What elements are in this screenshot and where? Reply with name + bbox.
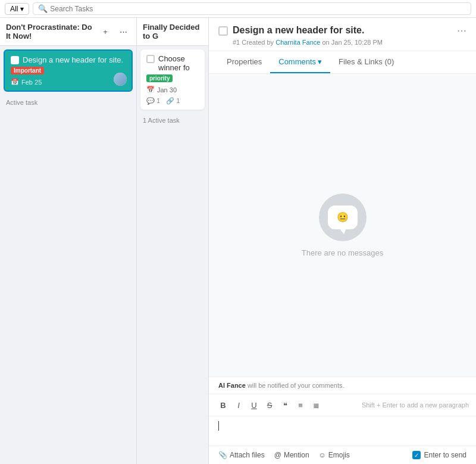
task-2-checkbox[interactable] [146,55,155,63]
bubble-face-icon: 😐 [337,211,349,223]
column-2-header: Finally Decided to G [137,18,208,46]
chevron-comments-icon: ▾ [318,57,322,66]
attach-icon: 📎 [218,451,227,459]
quote-button[interactable]: ❝ [278,398,292,412]
column-2-title: Finally Decided to G [143,23,202,41]
avatar-image [114,73,127,86]
column-2-active-label: 1 Active task [137,113,208,127]
enter-to-send: Enter to send [412,451,466,459]
task-2-name: Choose winner fo [158,54,199,72]
link-count: 🔗 1 [166,97,180,105]
bullet-list-button[interactable]: ≡ [293,398,308,412]
comments-area: 😐 There are no messages [209,74,476,376]
task-1-avatar [114,73,127,86]
right-panel: Design a new header for site. ⋯ #1 Creat… [208,18,476,464]
column-1: Don't Procrastinate: Do It Now! + ⋯ Desi… [0,18,137,464]
column-1-active-label: Active task [0,95,136,110]
notification-text: will be notified of your comments. [248,382,345,389]
task-detail-checkbox[interactable] [218,26,228,36]
column-1-actions: + ⋯ [98,24,130,39]
mention-icon: @ [274,451,281,459]
tab-comments[interactable]: Comments ▾ [270,51,330,73]
editor-toolbar: B I U S ❝ ≡ ≣ Shift + Enter to add a new… [209,394,476,416]
no-messages-text: There are no messages [302,248,383,257]
column-1-add-button[interactable]: + [98,24,112,39]
italic-button[interactable]: I [231,398,246,412]
notification-user: Al Fance [218,382,246,389]
search-input[interactable] [50,5,466,13]
task-1-checkbox[interactable] [11,56,19,64]
task-2-meta: 💬 1 🔗 1 [146,97,199,105]
task-detail-title: Design a new header for site. [233,25,457,36]
task-tabs: Properties Comments ▾ Files & Links (0) [209,51,476,74]
editor-cursor [218,421,219,431]
author-link[interactable]: Charnita Fance [275,39,320,46]
calendar-icon: 📅 [11,78,19,86]
task-1-date: 📅 Feb 25 [11,78,126,86]
column-2: Finally Decided to G Choose winner fo pr… [137,18,208,464]
task-2-badge: priority [146,74,173,82]
mention-button[interactable]: @ Mention [274,451,309,459]
no-messages-icon: 😐 [319,194,367,241]
filter-label: All [10,5,18,13]
columns-panel: Don't Procrastinate: Do It Now! + ⋯ Desi… [0,18,208,464]
editor-bottom-bar: 📎 Attach files @ Mention ☺ Emojis Enter … [209,446,476,464]
column-1-header: Don't Procrastinate: Do It Now! + ⋯ [0,18,136,46]
task-more-button[interactable]: ⋯ [457,25,466,36]
strikethrough-button[interactable]: S [262,398,277,412]
tab-properties[interactable]: Properties [218,51,270,73]
notification-bar: Al Fance will be notified of your commen… [209,376,476,394]
numbered-list-button[interactable]: ≣ [309,398,323,412]
task-1-badge: Important [11,67,44,74]
comment-count: 💬 1 [146,97,160,105]
top-bar: All ▾ 🔍 [0,0,476,18]
emojis-icon: ☺ [319,451,326,459]
task-detail-header: Design a new header for site. ⋯ #1 Creat… [209,18,476,51]
task-detail-meta: #1 Created by Charnita Fance on Jan 25, … [233,39,466,46]
bold-button[interactable]: B [216,398,230,412]
tab-files[interactable]: Files & Links (0) [330,51,402,73]
enter-to-send-label: Enter to send [424,451,466,459]
editor-area[interactable] [209,416,476,446]
underline-button[interactable]: U [247,398,261,412]
emojis-button[interactable]: ☺ Emojis [319,451,350,459]
enter-to-send-checkbox[interactable] [412,451,421,459]
filter-dropdown[interactable]: All ▾ [5,3,29,15]
main-layout: Don't Procrastinate: Do It Now! + ⋯ Desi… [0,18,476,464]
task-card-2[interactable]: Choose winner fo priority 📅 Jan 30 💬 1 🔗… [140,49,205,110]
calendar-icon-2: 📅 [146,86,155,94]
column-1-title: Don't Procrastinate: Do It Now! [6,23,98,41]
speech-bubble: 😐 [328,205,358,229]
task-2-date: 📅 Jan 30 [146,86,199,94]
chevron-down-icon: ▾ [20,5,24,13]
task-card-1[interactable]: Design a new header for site. Important … [4,49,133,92]
search-box: 🔍 [33,2,471,15]
column-1-more-button[interactable]: ⋯ [116,24,130,39]
search-icon: 🔍 [38,4,48,13]
toolbar-hint: Shift + Enter to add a new paragraph [362,401,469,409]
task-1-name: Design a new header for site. [23,55,126,64]
attach-files-button[interactable]: 📎 Attach files [218,451,265,459]
